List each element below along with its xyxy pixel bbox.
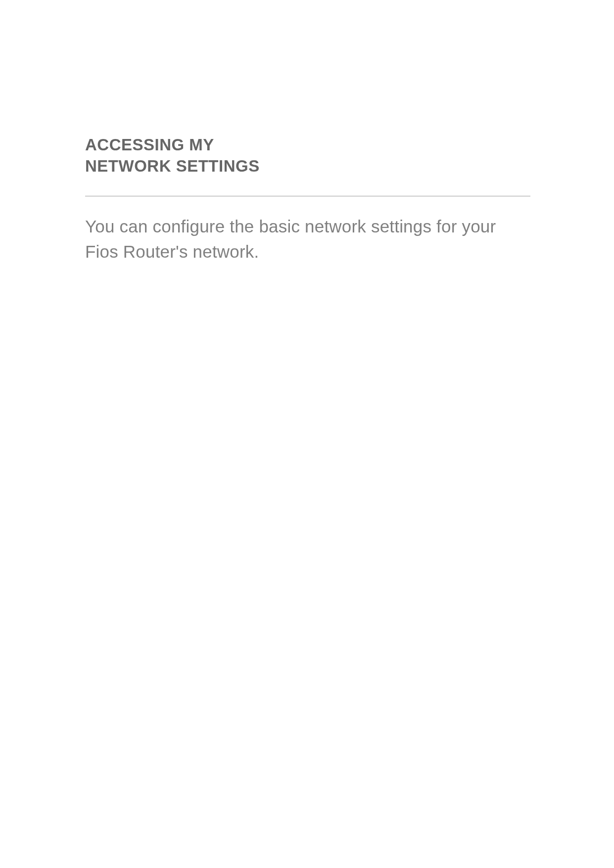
heading-line-2: NETWORK SETTINGS	[85, 157, 260, 175]
intro-paragraph: You can configure the basic network sett…	[85, 214, 530, 265]
section-heading: ACCESSING MY NETWORK SETTINGS	[85, 135, 530, 177]
page-content: ACCESSING MY NETWORK SETTINGS You can co…	[85, 135, 530, 264]
heading-line-1: ACCESSING MY	[85, 136, 214, 154]
divider	[85, 196, 530, 196]
